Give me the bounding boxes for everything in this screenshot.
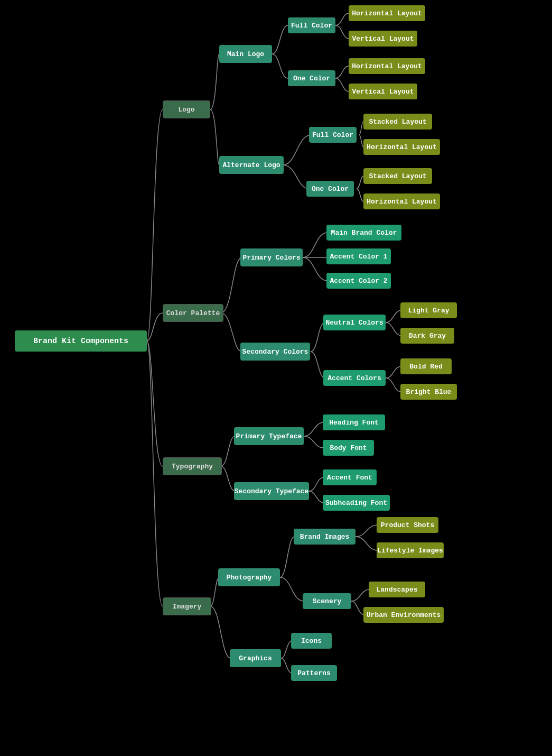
scenery-label: Scenery xyxy=(313,597,342,605)
secondary-colors-label: Secondary Colors xyxy=(242,348,308,356)
main-logo-full-horiz-node: Horizontal Layout xyxy=(349,5,425,21)
main-logo-full-horiz-label: Horizontal Layout xyxy=(352,10,422,17)
main-brand-color-label: Main Brand Color xyxy=(331,229,397,237)
main-logo-one-color-label: One Color xyxy=(293,75,330,82)
light-gray-label: Light Gray xyxy=(408,307,449,315)
accent-font-node: Accent Font xyxy=(323,469,377,485)
main-logo-label: Main Logo xyxy=(227,50,264,58)
bold-red-label: Bold Red xyxy=(409,363,442,371)
alternate-logo-node: Alternate Logo xyxy=(219,156,284,174)
landscapes-label: Landscapes xyxy=(376,586,417,594)
icons-node: Icons xyxy=(291,633,332,649)
color-palette-label: Color Palette xyxy=(166,309,220,317)
primary-typeface-label: Primary Typeface xyxy=(236,432,302,440)
primary-colors-node: Primary Colors xyxy=(240,248,303,266)
photography-label: Photography xyxy=(227,574,272,582)
graphics-node: Graphics xyxy=(230,649,281,667)
color-palette-node: Color Palette xyxy=(163,304,223,322)
root-node: Brand Kit Components xyxy=(15,330,147,352)
icons-label: Icons xyxy=(301,637,322,645)
neutral-colors-node: Neutral Colors xyxy=(323,315,386,330)
patterns-label: Patterns xyxy=(297,669,330,677)
scenery-node: Scenery xyxy=(303,593,351,609)
alternate-logo-label: Alternate Logo xyxy=(222,161,280,169)
alt-one-horiz-label: Horizontal Layout xyxy=(367,198,437,206)
bright-blue-label: Bright Blue xyxy=(406,388,452,396)
urban-environments-label: Urban Environments xyxy=(367,611,441,619)
alt-one-stacked-label: Stacked Layout xyxy=(369,172,426,180)
landscapes-node: Landscapes xyxy=(369,582,425,597)
primary-typeface-node: Primary Typeface xyxy=(234,427,304,445)
main-logo-full-vert-label: Vertical Layout xyxy=(352,35,414,43)
accent-color-2-node: Accent Color 2 xyxy=(326,273,391,289)
accent-color-2-label: Accent Color 2 xyxy=(330,277,387,285)
main-logo-full-color-label: Full Color xyxy=(291,22,332,30)
brand-images-label: Brand Images xyxy=(300,533,350,541)
light-gray-node: Light Gray xyxy=(400,302,457,318)
secondary-typeface-node: Secondary Typeface xyxy=(234,482,309,500)
accent-font-label: Accent Font xyxy=(327,474,372,482)
lifestyle-images-node: Lifestyle Images xyxy=(377,542,444,558)
alt-full-stacked-label: Stacked Layout xyxy=(369,118,426,126)
logo-label: Logo xyxy=(178,106,194,114)
accent-colors-node: Accent Colors xyxy=(323,370,386,386)
connection-lines xyxy=(0,0,552,756)
alt-full-stacked-node: Stacked Layout xyxy=(363,114,432,130)
logo-node: Logo xyxy=(163,100,210,118)
alt-one-stacked-node: Stacked Layout xyxy=(363,168,432,184)
alt-logo-full-color-label: Full Color xyxy=(312,131,353,139)
main-logo-one-vert-label: Vertical Layout xyxy=(352,88,414,96)
main-brand-color-node: Main Brand Color xyxy=(326,225,401,241)
typography-label: Typography xyxy=(172,463,213,471)
primary-colors-label: Primary Colors xyxy=(242,254,300,262)
brand-images-node: Brand Images xyxy=(294,529,355,545)
alt-one-horiz-node: Horizontal Layout xyxy=(363,193,440,209)
main-logo-full-vert-node: Vertical Layout xyxy=(349,31,417,47)
patterns-node: Patterns xyxy=(291,665,337,681)
root-label: Brand Kit Components xyxy=(33,337,128,346)
dark-gray-label: Dark Gray xyxy=(409,332,446,340)
alt-logo-full-color-node: Full Color xyxy=(309,127,357,143)
main-logo-full-color-node: Full Color xyxy=(288,17,335,33)
alt-full-horiz-node: Horizontal Layout xyxy=(363,139,440,155)
main-logo-one-horiz-node: Horizontal Layout xyxy=(349,58,425,74)
graphics-label: Graphics xyxy=(239,654,272,662)
main-logo-one-color-node: One Color xyxy=(288,70,335,86)
subheading-font-node: Subheading Font xyxy=(323,495,390,511)
bright-blue-node: Bright Blue xyxy=(400,384,457,400)
accent-color-1-label: Accent Color 1 xyxy=(330,253,387,261)
alt-logo-one-color-node: One Color xyxy=(306,181,354,197)
secondary-colors-node: Secondary Colors xyxy=(240,343,310,361)
heading-font-label: Heading Font xyxy=(329,419,379,427)
urban-environments-node: Urban Environments xyxy=(363,607,444,623)
lifestyle-images-label: Lifestyle Images xyxy=(377,547,443,555)
main-logo-one-vert-node: Vertical Layout xyxy=(349,84,417,99)
photography-node: Photography xyxy=(218,568,280,586)
body-font-node: Body Font xyxy=(323,440,374,456)
accent-color-1-node: Accent Color 1 xyxy=(326,248,391,264)
main-logo-one-horiz-label: Horizontal Layout xyxy=(352,62,422,70)
accent-colors-label: Accent Colors xyxy=(328,374,381,382)
product-shots-node: Product Shots xyxy=(377,517,438,533)
neutral-colors-label: Neutral Colors xyxy=(325,319,383,327)
alt-full-horiz-label: Horizontal Layout xyxy=(367,143,437,151)
bold-red-node: Bold Red xyxy=(400,358,452,374)
imagery-node: Imagery xyxy=(163,597,211,615)
main-logo-node: Main Logo xyxy=(219,45,272,63)
product-shots-label: Product Shots xyxy=(381,521,434,529)
dark-gray-node: Dark Gray xyxy=(400,328,454,344)
heading-font-node: Heading Font xyxy=(323,414,385,430)
subheading-font-label: Subheading Font xyxy=(325,499,387,507)
alt-logo-one-color-label: One Color xyxy=(312,185,349,193)
imagery-label: Imagery xyxy=(173,603,202,611)
body-font-label: Body Font xyxy=(330,444,367,452)
typography-node: Typography xyxy=(163,457,222,475)
mind-map: Brand Kit Components Logo Color Palette … xyxy=(0,0,552,756)
secondary-typeface-label: Secondary Typeface xyxy=(235,487,308,495)
